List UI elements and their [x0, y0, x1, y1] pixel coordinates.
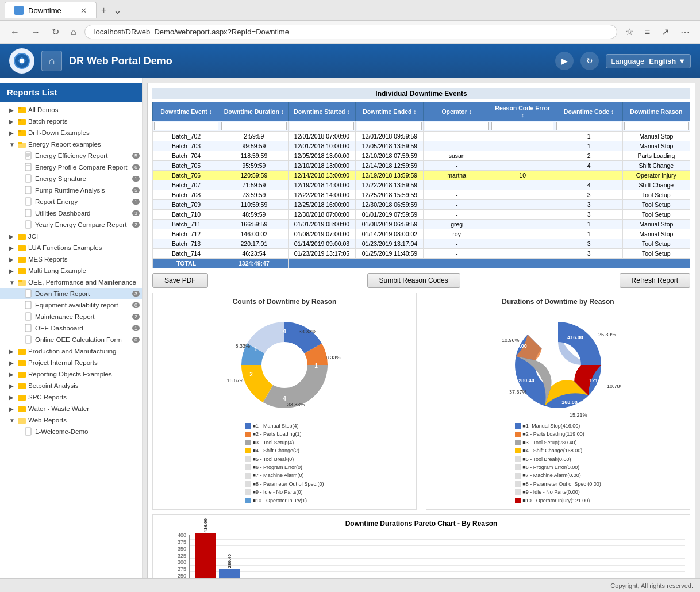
- sidebar-item-batch-reports[interactable]: ▶ Batch reports: [0, 116, 142, 127]
- sidebar-item-energy-profile[interactable]: Energy Profile Compare Report 6: [0, 162, 142, 173]
- td-reason-code: [490, 161, 555, 171]
- language-selector[interactable]: Language English ▼: [606, 54, 691, 68]
- back-button[interactable]: ←: [7, 25, 23, 40]
- svg-rect-29: [25, 313, 31, 320]
- sidebar-item-oee-perf[interactable]: ▼ OEE, Performance and Maintenance: [0, 276, 142, 288]
- report-icon: [24, 335, 33, 344]
- sidebar-label-spc: SPC Reports: [28, 394, 140, 401]
- menu-button[interactable]: ⋯: [677, 24, 693, 40]
- filter-reason[interactable]: [624, 122, 689, 130]
- sidebar-item-welcome-demo[interactable]: 1-Welcome-Demo: [0, 426, 142, 437]
- sidebar-item-energy-report[interactable]: ▼ Energy Report examples: [0, 139, 142, 150]
- sidebar-item-multi-lang[interactable]: ▶ Multi Lang Example: [0, 265, 142, 276]
- tab-close-button[interactable]: ✕: [80, 6, 87, 15]
- sidebar-item-maintenance[interactable]: Maintenance Report 2: [0, 311, 142, 322]
- sidebar-item-lua-functions[interactable]: ▶ LUA Functions Examples: [0, 242, 142, 253]
- counts-chart: Counts of Downtime by Reason: [152, 293, 417, 510]
- svg-rect-20: [25, 221, 31, 228]
- folder-icon: [17, 393, 26, 402]
- filter-ended[interactable]: [357, 122, 422, 130]
- app-header: ⌂ DR Web Portal Demo ▶ ↻ Language Englis…: [0, 44, 700, 78]
- sidebar-item-utilities-dashboard[interactable]: Utilities Dashboard 3: [0, 207, 142, 219]
- play-button[interactable]: ▶: [555, 52, 574, 70]
- td-ended: 12/14/2018 12:59:59: [356, 161, 424, 171]
- sidebar-item-report-energy[interactable]: Report Energy 1: [0, 196, 142, 207]
- sidebar-item-all-demos[interactable]: ▶ All Demos: [0, 104, 142, 116]
- sidebar-label-energy-profile: Energy Profile Compare Report: [35, 164, 131, 171]
- td-reason-code: [490, 190, 555, 200]
- tab-dropdown-button[interactable]: ⌄: [111, 4, 124, 17]
- td-started: 01/14/2019 09:00:03: [288, 239, 356, 249]
- submit-reason-button[interactable]: Sumbit Reason Codes: [367, 273, 460, 288]
- svg-text:121.00: 121.00: [589, 378, 605, 383]
- sidebar-item-spc[interactable]: ▶ SPC Reports: [0, 391, 142, 403]
- report-icon: [24, 324, 33, 333]
- address-bar[interactable]: localhost/DRweb_Demo/webreport.aspx?RepI…: [84, 25, 617, 39]
- charts-row: Counts of Downtime by Reason: [152, 293, 690, 510]
- badge-oee-dashboard: 1: [132, 325, 140, 331]
- sidebar-item-yearly-energy[interactable]: Yearly Energy Compare Report 2: [0, 219, 142, 230]
- sidebar-item-energy-signature[interactable]: Energy Signature 1: [0, 173, 142, 184]
- td-reason-code: [490, 132, 555, 141]
- sidebar-item-drill-down[interactable]: ▶ Drill-Down Examples: [0, 127, 142, 139]
- report-icon: [24, 301, 33, 310]
- reader-button[interactable]: ≡: [641, 24, 653, 40]
- td-reason-code: [490, 200, 555, 210]
- toggle-icon: ▶: [9, 383, 17, 389]
- sidebar-item-equipment-avail[interactable]: Equipment availability report 0: [0, 299, 142, 311]
- share-button[interactable]: ↗: [658, 24, 672, 40]
- sidebar-label-oee-perf: OEE, Performance and Maintenance: [28, 279, 140, 286]
- save-pdf-button[interactable]: Save PDF: [152, 273, 208, 288]
- badge-report-energy: 1: [132, 199, 140, 205]
- td-ended: 01/08/2019 06:59:59: [356, 220, 424, 229]
- svg-text:16.67%: 16.67%: [226, 378, 244, 383]
- refresh-button[interactable]: ↻: [580, 52, 599, 70]
- filter-event[interactable]: [154, 122, 218, 130]
- home-nav-button[interactable]: ⌂: [41, 51, 62, 71]
- folder-icon: [17, 347, 26, 356]
- sidebar-item-water-waste[interactable]: ▶ Water - Waste Water: [0, 403, 142, 414]
- bar-2: 280.40: [219, 554, 240, 578]
- sidebar-label-energy-report: Energy Report examples: [28, 141, 140, 148]
- sidebar-item-web-reports[interactable]: ▼ Web Reports: [0, 414, 142, 426]
- sidebar-item-production-mfg[interactable]: ▶ Production and Manufacturing: [0, 345, 142, 357]
- new-tab-button[interactable]: +: [97, 3, 111, 18]
- bar-chart-area: 0 25 50 75 100 125 150 175 200 225 250 2…: [157, 532, 685, 578]
- sidebar-item-oee-dashboard[interactable]: OEE Dashboard 1: [0, 322, 142, 334]
- sidebar-item-reporting-objects[interactable]: ▶ Reporting Objects Examples: [0, 368, 142, 380]
- reload-button[interactable]: ↻: [48, 24, 63, 40]
- toggle-icon: ▼: [9, 141, 17, 148]
- sidebar-item-pump-runtime[interactable]: Pump Runtime Analysis 5: [0, 184, 142, 196]
- filter-reason-code[interactable]: [491, 122, 554, 130]
- toggle-icon: ▼: [9, 279, 17, 286]
- filter-duration[interactable]: [221, 122, 286, 130]
- col-header-operator: Operator ↕: [424, 102, 490, 121]
- home-button[interactable]: ⌂: [67, 25, 80, 40]
- folder-icon: [17, 358, 26, 367]
- sidebar-item-energy-efficiency[interactable]: Energy Efficiency Report 5: [0, 150, 142, 162]
- sidebar-label-production: Production and Manufacturing: [28, 348, 140, 355]
- tab-title: Downtime: [28, 6, 61, 15]
- td-downtime-code: 3: [555, 249, 622, 259]
- sidebar-item-mes-reports[interactable]: ▶ MES Reports: [0, 253, 142, 265]
- filter-started[interactable]: [290, 122, 355, 130]
- td-operator: -: [424, 161, 490, 171]
- sidebar-label-equipment-avail: Equipment availability report: [35, 302, 131, 309]
- td-ended: 01/23/2019 13:17:04: [356, 239, 424, 249]
- folder-icon: [17, 370, 26, 379]
- toggle-icon: ▶: [9, 406, 17, 412]
- sidebar-item-setpoint[interactable]: ▶ Setpoint Analysis: [0, 380, 142, 391]
- filter-operator[interactable]: [425, 122, 489, 130]
- svg-rect-30: [25, 324, 31, 332]
- refresh-report-button[interactable]: Refresh Report: [620, 273, 690, 288]
- forward-button[interactable]: →: [28, 25, 44, 40]
- filter-downtime-code[interactable]: [556, 122, 621, 130]
- bookmark-button[interactable]: ☆: [622, 24, 637, 40]
- sidebar-item-downtime-report[interactable]: Down Time Report 3: [0, 288, 142, 299]
- sidebar-item-project-internal[interactable]: ▶ Project Internal Reports: [0, 357, 142, 368]
- total-label: TOTAL: [153, 259, 220, 268]
- td-reason-code: [490, 151, 555, 161]
- sidebar-item-jci[interactable]: ▶ JCI: [0, 230, 142, 242]
- browser-tab[interactable]: Downtime ✕: [5, 2, 97, 18]
- sidebar-item-online-oee[interactable]: Online OEE Calculation Form 0: [0, 334, 142, 345]
